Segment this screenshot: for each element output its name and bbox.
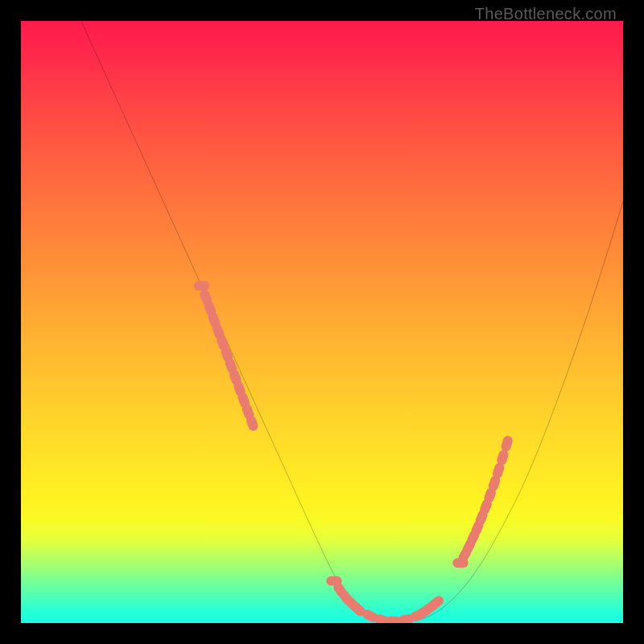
marker-cluster-right [452, 435, 514, 568]
plot-area [21, 21, 623, 623]
scatter-marker [500, 435, 514, 452]
bottleneck-curve [81, 21, 623, 623]
chart-stage: TheBottleneck.com [0, 0, 644, 644]
marker-cluster-bottom [326, 576, 445, 623]
scatter-marker [194, 281, 209, 291]
marker-cluster-left [194, 281, 260, 432]
curve-svg [21, 21, 623, 623]
